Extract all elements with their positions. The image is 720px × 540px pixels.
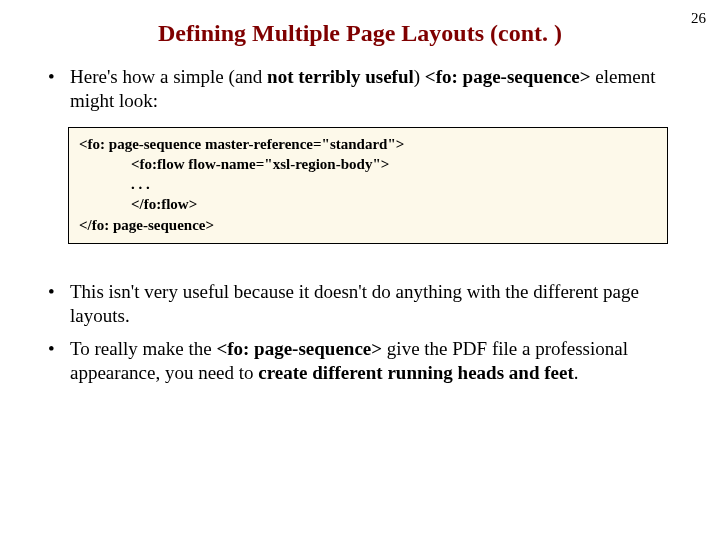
text-bold: not terribly useful <box>267 66 414 87</box>
slide-content: Here's how a simple (and not terribly us… <box>0 65 720 385</box>
page-title: Defining Multiple Page Layouts (cont. ) <box>0 0 720 65</box>
code-line: . . . <box>79 174 657 194</box>
text-tag: <fo: page-sequence> <box>216 338 382 359</box>
text-tag: <fo: page-sequence> <box>425 66 591 87</box>
text-fragment: ) <box>414 66 425 87</box>
bullet-list-top: Here's how a simple (and not terribly us… <box>40 65 680 113</box>
text-fragment: To really make the <box>70 338 216 359</box>
page-number: 26 <box>691 10 706 27</box>
bullet-item-2: This isn't very useful because it doesn'… <box>40 280 680 328</box>
code-line: </fo:flow> <box>79 194 657 214</box>
code-line: <fo:flow flow-name="xsl-region-body"> <box>79 154 657 174</box>
code-line: <fo: page-sequence master-reference="sta… <box>79 134 657 154</box>
text-fragment: Here's how a simple (and <box>70 66 267 87</box>
code-line: </fo: page-sequence> <box>79 215 657 235</box>
code-block: <fo: page-sequence master-reference="sta… <box>68 127 668 244</box>
bullet-item-1: Here's how a simple (and not terribly us… <box>40 65 680 113</box>
text-fragment: This isn't very useful because it doesn'… <box>70 281 639 326</box>
bullet-list-bottom: This isn't very useful because it doesn'… <box>40 280 680 385</box>
bullet-item-3: To really make the <fo: page-sequence> g… <box>40 337 680 385</box>
text-fragment: . <box>574 362 579 383</box>
text-bold: create different running heads and feet <box>258 362 573 383</box>
